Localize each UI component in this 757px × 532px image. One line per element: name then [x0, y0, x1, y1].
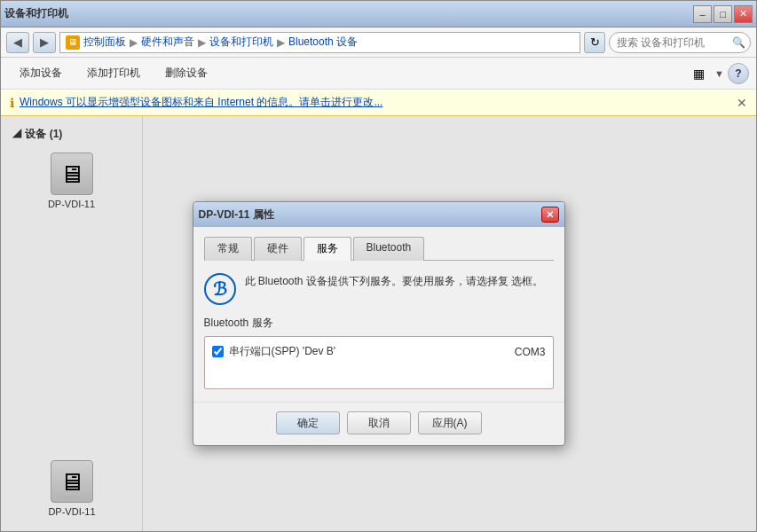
back-button[interactable]: ◀: [6, 32, 29, 53]
search-icon: 🔍: [732, 36, 745, 49]
path-hardware[interactable]: 硬件和声音: [141, 35, 194, 50]
modal-overlay: DP-VDI-11 属性 ✕ 常规 硬件 服务: [1, 116, 756, 531]
service-content: ℬ 此 Bluetooth 设备提供下列服务。要使用服务，请选择复 选框。 Bl…: [204, 270, 554, 393]
title-controls: – □ ✕: [693, 5, 753, 23]
info-bar: ℹ Windows 可以显示增强型设备图标和来自 Internet 的信息。请单…: [1, 90, 756, 116]
sep1: ▶: [130, 36, 138, 49]
apply-button[interactable]: 应用(A): [418, 411, 482, 434]
search-wrapper: 🔍: [609, 32, 751, 53]
service-section-label: Bluetooth 服务: [204, 316, 554, 331]
cancel-button[interactable]: 取消: [347, 411, 411, 434]
path-devices[interactable]: 设备和打印机: [209, 35, 273, 50]
sep2: ▶: [198, 36, 206, 49]
path-icon: 🖥: [66, 35, 80, 50]
service-item-port: COM3: [515, 346, 546, 358]
service-item-label: 串行端口(SPP) 'Dev B': [229, 344, 509, 359]
tab-bluetooth[interactable]: Bluetooth: [353, 237, 425, 261]
add-device-button[interactable]: 添加设备: [8, 61, 74, 86]
address-bar: ◀ ▶ 🖥 控制面板 ▶ 硬件和声音 ▶ 设备和打印机 ▶ Bluetooth …: [1, 27, 756, 58]
toolbar: 添加设备 添加打印机 删除设备 ▦ ▼ ?: [1, 58, 756, 90]
refresh-button[interactable]: ↻: [584, 32, 605, 53]
dialog-title: DP-VDI-11 属性: [199, 207, 274, 223]
service-checkbox[interactable]: [212, 346, 224, 357]
bluetooth-icon: ℬ: [204, 273, 236, 305]
tab-general[interactable]: 常规: [204, 237, 252, 261]
properties-dialog: DP-VDI-11 属性 ✕ 常规 硬件 服务: [193, 201, 565, 446]
service-description: 此 Bluetooth 设备提供下列服务。要使用服务，请选择复 选框。: [245, 273, 544, 289]
window-title: 设备和打印机: [4, 6, 68, 21]
path-bluetooth[interactable]: Bluetooth 设备: [288, 35, 358, 50]
service-list-box: 串行端口(SPP) 'Dev B' COM3: [204, 336, 554, 389]
content-area: ◢ 设备 (1) 🖥 DP-VDI-11 🖥 DP-VDI-11 DP-VDI-…: [1, 116, 756, 531]
toolbar-right: ▦ ▼ ?: [686, 61, 749, 86]
dialog-title-bar: DP-VDI-11 属性 ✕: [193, 202, 564, 227]
tab-hardware[interactable]: 硬件: [254, 237, 302, 261]
title-bar-left: 设备和打印机: [4, 6, 68, 21]
info-text[interactable]: Windows 可以显示增强型设备图标和来自 Internet 的信息。请单击进…: [20, 95, 382, 110]
delete-device-button[interactable]: 删除设备: [154, 61, 219, 86]
view-dropdown-icon[interactable]: ▼: [714, 68, 724, 79]
service-header: ℬ 此 Bluetooth 设备提供下列服务。要使用服务，请选择复 选框。: [204, 273, 554, 305]
help-button[interactable]: ?: [728, 63, 749, 84]
dialog-tabs: 常规 硬件 服务 Bluetooth: [204, 236, 554, 261]
title-bar: 设备和打印机 – □ ✕: [1, 1, 756, 27]
main-window: 设备和打印机 – □ ✕ ◀ ▶ 🖥 控制面板 ▶ 硬件和声音 ▶ 设备和打印机…: [0, 0, 757, 532]
view-button[interactable]: ▦: [686, 61, 711, 86]
tab-services[interactable]: 服务: [304, 237, 351, 261]
info-icon: ℹ: [10, 96, 14, 110]
forward-button[interactable]: ▶: [33, 32, 56, 53]
address-path: 🖥 控制面板 ▶ 硬件和声音 ▶ 设备和打印机 ▶ Bluetooth 设备: [59, 32, 580, 53]
info-close-button[interactable]: ✕: [737, 96, 747, 110]
service-item: 串行端口(SPP) 'Dev B' COM3: [205, 340, 553, 363]
add-printer-button[interactable]: 添加打印机: [75, 61, 152, 86]
dialog-footer: 确定 取消 应用(A): [193, 402, 564, 445]
minimize-button[interactable]: –: [693, 5, 712, 23]
search-input[interactable]: [609, 32, 751, 53]
path-control-panel[interactable]: 控制面板: [83, 35, 126, 50]
sep3: ▶: [277, 36, 285, 49]
ok-button[interactable]: 确定: [276, 411, 340, 434]
dialog-body: 常规 硬件 服务 Bluetooth: [193, 227, 564, 402]
close-button[interactable]: ✕: [734, 5, 753, 23]
dialog-close-button[interactable]: ✕: [541, 207, 559, 223]
maximize-button[interactable]: □: [714, 5, 732, 23]
